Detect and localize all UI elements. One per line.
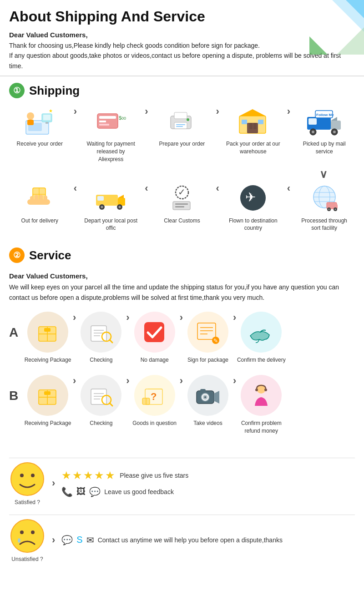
svg-rect-22: [176, 126, 183, 127]
flow-label-a-confirm: Confirm the delivery: [237, 356, 286, 364]
flow-label-a-check: Checking: [90, 356, 112, 364]
satisfied-row: Satisfied ? › ★★★★★ Please give us five …: [9, 461, 355, 505]
svg-rect-21: [176, 124, 185, 125]
service-text: Dear Valued Customers, We will keep eyes…: [9, 270, 355, 303]
svg-rect-32: [331, 121, 341, 130]
flow-label-outdelivery: Out for delivery: [21, 217, 58, 225]
page-title: About Shipping And Service: [9, 8, 355, 25]
svg-point-6: [27, 112, 34, 120]
service-icon-b-check: [81, 375, 121, 416]
svg-rect-30: [258, 120, 263, 124]
service-row-a: A Receiving Package ›: [9, 312, 355, 364]
customs-icon: ✓: [164, 182, 200, 214]
give-five-stars-text: Please give us five stars: [120, 472, 188, 479]
service-item-b-video: Take videos: [183, 375, 233, 427]
prepare-icon: [164, 106, 200, 137]
header: About Shipping And Service Dear Valued C…: [0, 0, 364, 76]
svg-point-120: [20, 530, 24, 534]
service-icon-a-sign: ✎: [187, 312, 228, 353]
shipping-label: Shipping: [29, 84, 80, 98]
svg-point-118: [31, 474, 35, 477]
service-icon-b-receive: [27, 375, 68, 416]
flow-label-pickup: Picked up by mail service: [297, 140, 352, 156]
flow-label-b-video: Take videos: [193, 419, 222, 427]
contact-text: Contact us anytime we will help you befo…: [98, 536, 283, 544]
email-icon: ✉: [86, 535, 94, 546]
svg-point-36: [312, 131, 314, 133]
flown-icon: ✈: [235, 182, 271, 214]
svg-point-56: [119, 206, 121, 208]
arrow2: ›: [145, 106, 148, 131]
chat-icon: 💬: [89, 486, 101, 497]
shipping-section: ① Shipping ★ Recei: [0, 76, 364, 241]
flow-item-receive: ★ Receive your order: [12, 106, 67, 148]
svg-rect-29: [242, 120, 247, 124]
arrow-a2: ›: [126, 312, 129, 345]
flow-item-prepare: Prepare your order: [155, 106, 209, 148]
shipping-row2: Out for delivery ‹ Depart your local pos…: [9, 182, 355, 232]
svg-rect-20: [174, 122, 187, 129]
contact-line: 💬 S ✉ Contact us anytime we will help yo…: [61, 535, 283, 546]
wechat-icon: 💬: [61, 535, 73, 546]
satisfied-label: Satisfied ?: [15, 499, 40, 505]
svg-rect-61: [175, 206, 184, 207]
good-feedback-text: Leave us good feedback: [104, 488, 174, 495]
svg-rect-15: [99, 124, 109, 126]
svg-point-117: [20, 474, 24, 477]
outdelivery-icon: [21, 182, 58, 214]
service-dear: Dear Valued Customers,: [9, 270, 355, 282]
svg-marker-112: [214, 391, 219, 404]
rarrow3: ‹: [216, 182, 219, 208]
svg-text:✓: ✓: [178, 187, 186, 197]
flow-item-pack: Pack your order at our warehouse: [226, 106, 280, 156]
service-body: We will keep eyes on your parcel all the…: [9, 282, 355, 304]
svg-text:Follow Me: Follow Me: [316, 113, 334, 117]
phone-icon: 📞: [61, 486, 73, 497]
service-icon-b-refund: [241, 375, 282, 416]
sat-arrow1: ›: [52, 477, 55, 489]
flow-label-pack: Pack your order at our warehouse: [226, 140, 280, 156]
service-icon-a-check: [81, 312, 121, 353]
svg-point-114: [255, 389, 258, 391]
flow-label-b-refund: Confirm problem refund money: [236, 419, 286, 435]
svg-rect-111: [200, 389, 206, 392]
service-item-a-receive: Receiving Package: [23, 312, 73, 364]
svg-point-23: [187, 118, 189, 121]
flow-label-a-nodamage: No damage: [141, 356, 169, 364]
rarrow4: ‹: [287, 182, 290, 208]
stars-line: ★★★★★ Please give us five stars: [61, 469, 188, 482]
svg-point-121: [31, 530, 35, 534]
flow-label-a-receive: Receiving Package: [25, 356, 71, 364]
svg-point-110: [204, 396, 206, 398]
service-icon-b-video: [187, 375, 228, 416]
feedback-line: 📞 🖼 💬 Leave us good feedback: [61, 486, 188, 497]
svg-text:✈: ✈: [245, 190, 256, 204]
svg-rect-19: [174, 112, 187, 119]
unsatisfied-face: [9, 518, 46, 554]
sat-arrow2: ›: [52, 534, 55, 546]
flow-label-b-receive: Receiving Package: [25, 419, 71, 427]
svg-rect-34: [308, 118, 317, 125]
svg-text:✎: ✎: [213, 338, 218, 344]
svg-rect-13: [99, 116, 116, 119]
svg-rect-9: [43, 115, 51, 120]
arrow-b3: ›: [180, 375, 183, 409]
service-item-a-check: Checking: [76, 312, 126, 364]
flow-item-depart: Depart your local post offic: [84, 182, 138, 232]
svg-marker-51: [118, 195, 124, 198]
service-section: ② Service Dear Valued Customers, We will…: [0, 241, 364, 450]
service-title: ② Service: [9, 248, 355, 263]
arrow4: ›: [287, 106, 290, 131]
shipping-num: ①: [9, 83, 25, 98]
arrow-b1: ›: [73, 375, 76, 409]
svg-rect-96: [91, 389, 106, 404]
satisfied-face: [9, 461, 46, 497]
unsatisfied-row: Unsatisfied ? › 💬 S ✉ Contact us anytime…: [9, 518, 355, 562]
photo-icon: 🖼: [76, 486, 86, 497]
svg-text:★: ★: [49, 108, 53, 113]
pickup-icon: Follow Me: [306, 106, 343, 137]
svg-rect-14: [99, 121, 106, 122]
flow-label-sort: Processed through sort facility: [297, 217, 352, 232]
flow-item-flown: ✈ Flown to destination country: [226, 182, 280, 232]
svg-rect-52: [97, 196, 104, 201]
